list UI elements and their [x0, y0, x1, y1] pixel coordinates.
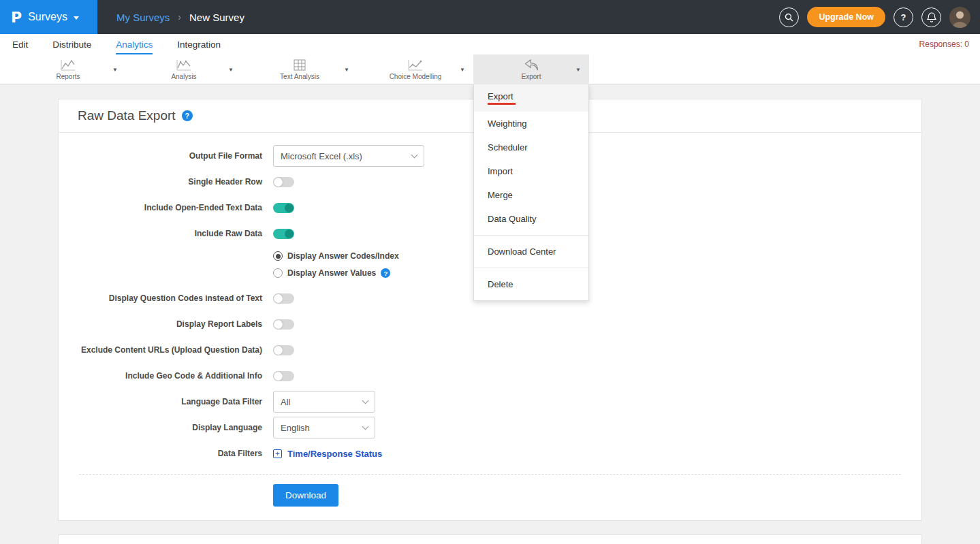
- answer-codes-option: Display Answer Codes/Index: [273, 249, 921, 263]
- download-row: Download: [59, 475, 921, 520]
- toolbar-label-choice-modelling: Choice Modelling: [390, 73, 442, 80]
- menu-item-import[interactable]: Import: [474, 159, 588, 183]
- language-filter-row: Language Data Filter All: [59, 391, 921, 413]
- product-name: Surveys: [28, 11, 67, 23]
- display-language-label: Display Language: [59, 423, 273, 432]
- expand-plus-icon[interactable]: +: [273, 449, 282, 458]
- menu-item-data-quality[interactable]: Data Quality: [474, 207, 588, 231]
- geo-code-label: Include Geo Code & Additional Info: [59, 371, 273, 381]
- question-codes-toggle[interactable]: [273, 293, 294, 304]
- toolbar-label-analysis: Analysis: [171, 73, 196, 80]
- answer-values-radio[interactable]: [273, 268, 283, 278]
- annotation-red-underline: [488, 103, 516, 105]
- menu-divider: [474, 235, 588, 236]
- raw-data-label: Include Raw Data: [59, 229, 273, 238]
- chevron-down-icon: [362, 397, 369, 404]
- toggle-knob: [274, 294, 283, 303]
- report-labels-label: Display Report Labels: [59, 319, 273, 329]
- page-title: Raw Data Export: [78, 108, 176, 123]
- display-language-select[interactable]: English: [273, 417, 375, 438]
- chevron-down-icon: [362, 423, 369, 430]
- menu-item-merge[interactable]: Merge: [474, 183, 588, 207]
- search-icon: [785, 13, 793, 22]
- menu-item-export[interactable]: Export: [474, 84, 588, 112]
- top-bar: P Surveys My Surveys › New Survey Upgrad…: [0, 0, 980, 34]
- breadcrumb-my-surveys[interactable]: My Surveys: [116, 12, 170, 23]
- user-avatar[interactable]: [949, 7, 970, 28]
- geo-code-toggle[interactable]: [273, 371, 294, 381]
- chevron-down-icon[interactable]: ▼: [228, 67, 234, 73]
- data-filters-label: Data Filters: [59, 449, 273, 458]
- single-header-toggle[interactable]: [273, 177, 294, 187]
- menu-item-weighting[interactable]: Weighting: [474, 112, 588, 135]
- export-share-arrow-icon: [524, 59, 539, 71]
- menu-item-scheduler[interactable]: Scheduler: [474, 135, 588, 159]
- output-file-format-select[interactable]: Microsoft Excel (.xls): [273, 145, 424, 167]
- toolbar-item-choice-modelling[interactable]: Choice Modelling ▼: [358, 54, 473, 84]
- avatar-photo: [949, 7, 970, 28]
- answer-codes-label: Display Answer Codes/Index: [287, 251, 399, 261]
- question-mark-icon: ?: [901, 12, 906, 22]
- choice-modelling-chart-icon: [408, 59, 423, 71]
- language-filter-value: All: [281, 397, 290, 407]
- product-switcher[interactable]: P Surveys: [0, 0, 97, 34]
- answer-values-label: Display Answer Values: [287, 268, 376, 278]
- time-response-status-link[interactable]: Time/Response Status: [287, 449, 382, 459]
- search-button[interactable]: [779, 7, 799, 27]
- chevron-down-icon[interactable]: ▼: [344, 67, 349, 73]
- tab-integration[interactable]: Integration: [177, 34, 221, 54]
- toolbar-item-reports[interactable]: Reports ▼: [10, 54, 126, 84]
- question-codes-label: Display Question Codes instead of Text: [59, 293, 273, 303]
- upgrade-now-button[interactable]: Upgrade Now: [807, 7, 885, 27]
- download-button[interactable]: Download: [273, 484, 338, 507]
- analytics-toolbar: Reports ▼ Analysis ▼ Text Analysis ▼ Cho…: [0, 54, 980, 84]
- open-ended-label: Include Open-Ended Text Data: [59, 203, 273, 212]
- menu-item-download-center[interactable]: Download Center: [474, 240, 588, 263]
- exclude-urls-label: Exclude Content URLs (Upload Question Da…: [59, 345, 273, 355]
- help-button[interactable]: ?: [894, 7, 913, 27]
- exclude-urls-toggle[interactable]: [273, 345, 294, 355]
- responses-count: Responses: 0: [919, 34, 980, 54]
- report-labels-toggle[interactable]: [273, 319, 294, 330]
- charts-analytics-export-card: Charts & Analytics Export ?: [58, 534, 922, 544]
- language-filter-label: Language Data Filter: [59, 397, 273, 406]
- topbar-actions: Upgrade Now ?: [779, 7, 980, 28]
- chevron-down-icon[interactable]: ▼: [460, 67, 465, 73]
- toggle-knob: [285, 229, 294, 238]
- notifications-button[interactable]: [921, 7, 941, 27]
- tab-edit[interactable]: Edit: [12, 34, 28, 54]
- toolbar-item-export[interactable]: Export ▼: [473, 54, 589, 84]
- questionpro-logo-icon: P: [11, 9, 22, 26]
- menu-item-export-label: Export: [488, 91, 513, 101]
- menu-divider: [474, 268, 588, 268]
- chevron-down-icon[interactable]: ▼: [112, 67, 118, 73]
- single-header-label: Single Header Row: [59, 177, 273, 187]
- raw-data-toggle[interactable]: [273, 229, 294, 239]
- text-analysis-grid-icon: [294, 59, 306, 71]
- toggle-knob: [274, 372, 283, 381]
- open-ended-toggle[interactable]: [273, 203, 294, 213]
- help-icon[interactable]: ?: [182, 110, 193, 121]
- chevron-down-icon[interactable]: ▼: [575, 67, 581, 73]
- toolbar-item-text-analysis[interactable]: Text Analysis ▼: [242, 54, 358, 84]
- data-filters-row: Data Filters + Time/Response Status: [59, 443, 921, 464]
- tab-analytics[interactable]: Analytics: [116, 34, 153, 54]
- language-filter-select[interactable]: All: [273, 391, 375, 413]
- display-language-row: Display Language English: [59, 417, 921, 438]
- tab-distribute[interactable]: Distribute: [52, 34, 91, 54]
- menu-item-delete[interactable]: Delete: [474, 272, 588, 296]
- answer-codes-radio[interactable]: [273, 251, 283, 261]
- breadcrumb: My Surveys › New Survey: [116, 12, 244, 23]
- toggle-knob: [274, 320, 283, 329]
- toggle-knob: [274, 346, 283, 355]
- toolbar-label-text-analysis: Text Analysis: [280, 73, 319, 80]
- geo-code-row: Include Geo Code & Additional Info: [59, 365, 921, 387]
- chevron-down-icon: [411, 151, 418, 158]
- breadcrumb-current-survey: New Survey: [189, 12, 244, 23]
- toolbar-item-analysis[interactable]: Analysis ▼: [126, 54, 242, 84]
- help-icon[interactable]: ?: [381, 268, 390, 278]
- survey-nav-tabs: Edit Distribute Analytics Integration Re…: [0, 34, 980, 54]
- reports-chart-icon: [61, 59, 76, 71]
- chevron-down-icon: [74, 16, 79, 20]
- report-labels-row: Display Report Labels: [59, 313, 921, 335]
